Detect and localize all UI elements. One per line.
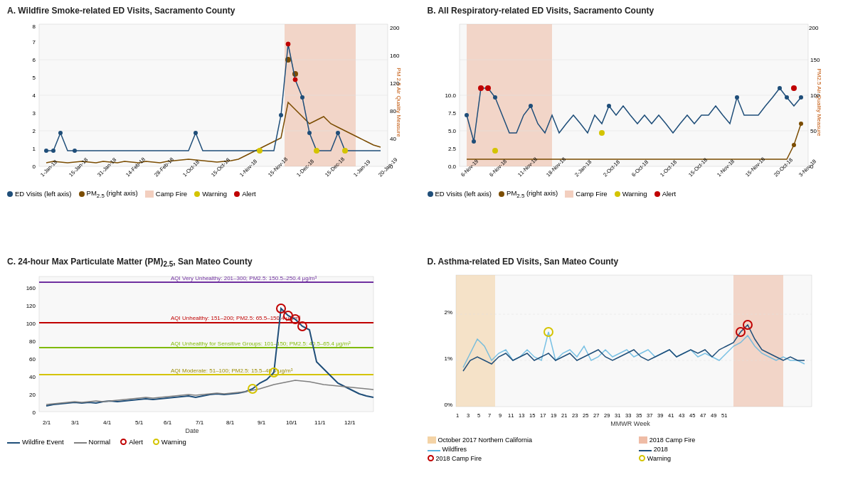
panel-b-legend: ED Visits (left axis) PM2.5 (right axis)… [428, 189, 837, 199]
svg-point-72 [472, 139, 476, 144]
svg-point-37 [314, 148, 319, 154]
svg-text:0: 0 [33, 163, 36, 170]
panel-c: C. 24-hour Max Particulate Matter (PM)2.… [3, 254, 420, 502]
panel-a-title: A. Wildfire Smoke-related ED Visits, Sac… [7, 6, 416, 16]
chart-d-svg: ED Visits (%) 0% 1% 2% [428, 268, 826, 435]
svg-text:4: 4 [33, 92, 36, 99]
svg-text:1: 1 [33, 146, 36, 152]
svg-text:11/1: 11/1 [314, 419, 326, 426]
svg-text:AQI Unhealthy: 151–200; PM2.5:: AQI Unhealthy: 151–200; PM2.5: 65.5–150.… [171, 315, 301, 321]
panel-b-chart: ED Visits (%) PM2.5 Air Quality Measure … [428, 17, 837, 188]
svg-text:2%: 2% [444, 309, 452, 316]
svg-point-28 [193, 131, 198, 135]
svg-text:200: 200 [390, 25, 400, 31]
svg-point-35 [336, 131, 340, 135]
svg-point-71 [465, 113, 469, 117]
svg-text:25: 25 [583, 412, 588, 419]
svg-text:5: 5 [477, 412, 480, 419]
svg-point-77 [607, 104, 611, 108]
svg-text:120: 120 [26, 303, 36, 309]
svg-text:19: 19 [551, 412, 556, 419]
svg-text:43: 43 [679, 412, 684, 419]
svg-text:2/1: 2/1 [43, 419, 51, 426]
svg-text:200: 200 [809, 25, 819, 31]
svg-rect-138 [456, 275, 495, 407]
svg-text:10.0: 10.0 [445, 92, 456, 99]
svg-text:37: 37 [647, 412, 652, 419]
svg-text:5: 5 [33, 75, 36, 81]
svg-text:12/1: 12/1 [344, 419, 356, 426]
svg-text:27: 27 [593, 412, 599, 419]
svg-text:7: 7 [33, 39, 36, 45]
svg-point-80 [785, 95, 789, 100]
svg-text:0.0: 0.0 [447, 163, 456, 170]
svg-point-33 [307, 131, 312, 135]
panel-d-chart: ED Visits (%) 0% 1% 2% [428, 268, 837, 435]
panel-d-legend: October 2017 Northern California 2018 Ca… [428, 436, 837, 462]
legend-pm25-a: PM2.5 (right axis) [79, 189, 138, 199]
svg-text:5/1: 5/1 [135, 419, 144, 426]
panel-d-title: D. Asthma-related ED Visits, San Mateo C… [428, 257, 837, 267]
svg-text:45: 45 [689, 412, 695, 419]
panel-d: D. Asthma-related ED Visits, San Mateo C… [423, 254, 841, 502]
svg-text:15: 15 [529, 412, 535, 419]
chart-c-svg: 24-hour Max PM2.5 0 20 40 60 80 100 120 … [7, 269, 405, 436]
legend-campfire2018-d: 2018 Camp Fire [639, 436, 836, 444]
legend-alert-b: Alert [654, 190, 677, 198]
svg-text:8/1: 8/1 [226, 419, 235, 426]
svg-point-70 [799, 122, 803, 126]
svg-text:3: 3 [33, 110, 36, 117]
legend-ed-visits-a: ED Visits (left axis) [7, 190, 72, 198]
panel-a: A. Wildfire Smoke-related ED Visits, Sac… [3, 3, 420, 251]
svg-point-75 [493, 95, 497, 100]
svg-text:31: 31 [615, 412, 620, 419]
svg-text:120: 120 [390, 80, 400, 87]
svg-text:PM2.5 Air Quality Measure: PM2.5 Air Quality Measure [816, 68, 822, 136]
svg-point-26 [58, 131, 63, 135]
svg-text:13: 13 [519, 412, 524, 419]
svg-text:49: 49 [711, 412, 716, 419]
svg-text:2: 2 [33, 128, 36, 134]
svg-point-78 [735, 95, 739, 100]
legend-alert-a: Alert [234, 190, 256, 198]
svg-text:AQI Very Unhealthy: 201–300; P: AQI Very Unhealthy: 201–300; PM2.5: 150.… [171, 275, 317, 282]
legend-warning-c: Warning [153, 438, 186, 446]
svg-text:35: 35 [636, 412, 642, 419]
panel-b-title: B. All Respiratory-related ED Visits, Sa… [428, 6, 837, 16]
legend-alert-c: Alert [120, 438, 143, 446]
svg-text:40: 40 [29, 374, 36, 380]
svg-text:7.5: 7.5 [447, 110, 456, 117]
svg-point-30 [286, 42, 290, 46]
svg-text:6: 6 [33, 57, 36, 63]
svg-text:160: 160 [390, 53, 400, 59]
svg-text:3: 3 [467, 412, 470, 419]
svg-text:MMWR Week: MMWR Week [610, 420, 650, 427]
svg-text:29: 29 [604, 412, 610, 419]
legend-wildfires-d: Wildfires [428, 446, 625, 453]
svg-text:7: 7 [488, 412, 491, 419]
main-grid: A. Wildfire Smoke-related ED Visits, Sac… [0, 0, 843, 504]
legend-warning-d: Warning [639, 455, 836, 462]
svg-text:41: 41 [668, 412, 674, 419]
legend-ed-visits-b: ED Visits (left axis) [428, 190, 492, 198]
svg-text:11: 11 [508, 412, 514, 419]
legend-oct2017-d: October 2017 Northern California [428, 436, 625, 444]
svg-text:8: 8 [33, 23, 36, 30]
legend-warning-b: Warning [615, 190, 647, 198]
svg-text:10/1: 10/1 [286, 419, 297, 426]
svg-point-38 [342, 148, 348, 154]
svg-point-24 [44, 149, 48, 153]
svg-text:0: 0 [33, 409, 36, 416]
svg-point-81 [799, 95, 803, 100]
svg-text:47: 47 [700, 412, 706, 419]
legend-campfire-alert-d: 2018 Camp Fire [428, 455, 625, 462]
legend-pm25-b: PM2.5 (right axis) [499, 189, 558, 199]
svg-point-84 [791, 85, 797, 91]
svg-point-82 [478, 85, 484, 91]
panel-a-legend: ED Visits (left axis) PM2.5 (right axis)… [7, 189, 416, 199]
svg-text:0%: 0% [444, 402, 452, 408]
svg-point-76 [529, 104, 533, 108]
svg-text:2.5: 2.5 [447, 146, 456, 152]
svg-text:40: 40 [390, 136, 396, 142]
legend-normal-c: Normal [74, 438, 111, 446]
